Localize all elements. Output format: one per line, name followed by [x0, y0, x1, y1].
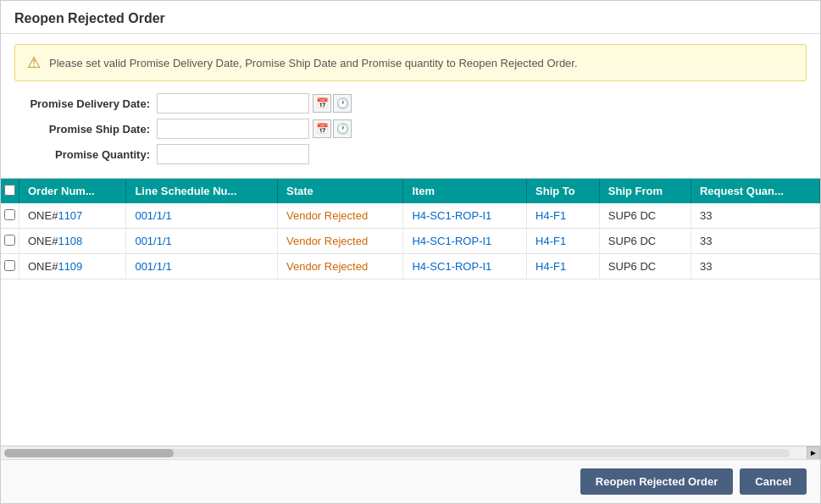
- ship-date-icons: 📅 🕐: [313, 119, 352, 138]
- delivery-date-clock-icon[interactable]: 🕐: [333, 94, 352, 113]
- row-ship-to: H4-F1: [527, 254, 600, 280]
- ship-date-calendar-icon[interactable]: 📅: [313, 119, 331, 138]
- row-item: H4-SC1-ROP-I1: [403, 254, 527, 280]
- row-item: H4-SC1-ROP-I1: [403, 229, 527, 254]
- row-checkbox[interactable]: [4, 235, 15, 246]
- orders-table: Order Num... Line Schedule Nu... State I…: [1, 179, 820, 280]
- col-ship-from: Ship From: [599, 179, 691, 203]
- row-order-num: ONE#1108: [19, 229, 126, 254]
- line-schedule-link[interactable]: 001/1/1: [135, 235, 171, 247]
- col-order-num: Order Num...: [19, 179, 126, 203]
- delivery-date-input[interactable]: [157, 93, 309, 114]
- warning-text: Please set valid Promise Delivery Date, …: [49, 57, 578, 69]
- dialog-footer: Reopen Rejected Order Cancel: [1, 459, 820, 503]
- ship-date-input[interactable]: [157, 119, 309, 139]
- dialog-title: Reopen Rejected Order: [1, 1, 820, 34]
- ship-date-clock-icon[interactable]: 🕐: [333, 119, 352, 138]
- col-line-schedule: Line Schedule Nu...: [126, 179, 278, 203]
- col-ship-to: Ship To: [527, 179, 600, 203]
- row-request-quan: 33: [691, 254, 819, 280]
- ship-to-link[interactable]: H4-F1: [535, 209, 566, 222]
- table-row: ONE#1109001/1/1Vendor RejectedH4-SC1-ROP…: [1, 254, 820, 280]
- quantity-input[interactable]: [157, 144, 309, 164]
- quantity-row: Promise Quantity:: [14, 144, 807, 164]
- order-num-link[interactable]: 1107: [58, 209, 82, 222]
- ship-date-label: Promise Ship Date:: [14, 123, 150, 136]
- delivery-date-calendar-icon[interactable]: 📅: [313, 94, 331, 113]
- item-link[interactable]: H4-SC1-ROP-I1: [412, 260, 491, 273]
- table-body: ONE#1107001/1/1Vendor RejectedH4-SC1-ROP…: [1, 203, 820, 280]
- order-num-link[interactable]: 1108: [58, 235, 82, 247]
- row-line-schedule: 001/1/1: [126, 229, 278, 254]
- order-num-link[interactable]: 1109: [58, 260, 82, 273]
- row-ship-to: H4-F1: [527, 229, 600, 254]
- col-state: State: [277, 179, 402, 203]
- row-order-num: ONE#1107: [19, 203, 126, 229]
- col-request-quan: Request Quan...: [691, 179, 819, 203]
- warning-banner: ⚠ Please set valid Promise Delivery Date…: [14, 44, 807, 81]
- reopen-button[interactable]: Reopen Rejected Order: [580, 468, 734, 495]
- table-container: Order Num... Line Schedule Nu... State I…: [1, 178, 820, 446]
- row-checkbox[interactable]: [4, 260, 15, 271]
- row-ship-to: H4-F1: [527, 203, 600, 229]
- delivery-date-row: Promise Delivery Date: 📅 🕐: [14, 93, 807, 114]
- row-state: Vendor Rejected: [277, 254, 402, 280]
- ship-to-link[interactable]: H4-F1: [535, 260, 566, 273]
- row-checkbox-cell: [1, 254, 19, 280]
- row-ship-from: SUP6 DC: [599, 203, 691, 229]
- line-schedule-link[interactable]: 001/1/1: [135, 260, 171, 273]
- row-line-schedule: 001/1/1: [126, 254, 278, 280]
- row-checkbox-cell: [1, 203, 19, 229]
- table-row: ONE#1108001/1/1Vendor RejectedH4-SC1-ROP…: [1, 229, 820, 254]
- cancel-button[interactable]: Cancel: [740, 468, 807, 495]
- scrollbar-right-arrow[interactable]: ►: [807, 446, 820, 460]
- row-request-quan: 33: [691, 203, 819, 229]
- table-header-row: Order Num... Line Schedule Nu... State I…: [1, 179, 820, 203]
- select-all-checkbox[interactable]: [4, 185, 15, 196]
- row-item: H4-SC1-ROP-I1: [403, 203, 527, 229]
- row-ship-from: SUP6 DC: [599, 229, 691, 254]
- quantity-label: Promise Quantity:: [14, 148, 150, 161]
- row-checkbox-cell: [1, 229, 19, 254]
- scrollbar-area: ►: [1, 446, 820, 459]
- delivery-date-label: Promise Delivery Date:: [14, 97, 150, 110]
- line-schedule-link[interactable]: 001/1/1: [135, 209, 171, 222]
- col-item: Item: [403, 179, 527, 203]
- row-request-quan: 33: [691, 229, 819, 254]
- scrollbar-thumb[interactable]: [4, 449, 174, 457]
- table-row: ONE#1107001/1/1Vendor RejectedH4-SC1-ROP…: [1, 203, 820, 229]
- delivery-date-icons: 📅 🕐: [313, 94, 352, 113]
- row-line-schedule: 001/1/1: [126, 203, 278, 229]
- row-ship-from: SUP6 DC: [599, 254, 691, 280]
- ship-date-row: Promise Ship Date: 📅 🕐: [14, 119, 807, 139]
- scrollbar-track[interactable]: [4, 449, 790, 457]
- row-checkbox[interactable]: [4, 209, 15, 220]
- item-link[interactable]: H4-SC1-ROP-I1: [412, 235, 491, 247]
- item-link[interactable]: H4-SC1-ROP-I1: [412, 209, 491, 222]
- row-state: Vendor Rejected: [277, 203, 402, 229]
- row-state: Vendor Rejected: [277, 229, 402, 254]
- dialog: Reopen Rejected Order ⚠ Please set valid…: [0, 0, 821, 504]
- ship-to-link[interactable]: H4-F1: [535, 235, 566, 247]
- row-order-num: ONE#1109: [19, 254, 126, 280]
- col-checkbox: [1, 179, 19, 203]
- form-section: Promise Delivery Date: 📅 🕐 Promise Ship …: [1, 90, 820, 178]
- dialog-body: ⚠ Please set valid Promise Delivery Date…: [1, 34, 820, 459]
- warning-icon: ⚠: [27, 53, 41, 72]
